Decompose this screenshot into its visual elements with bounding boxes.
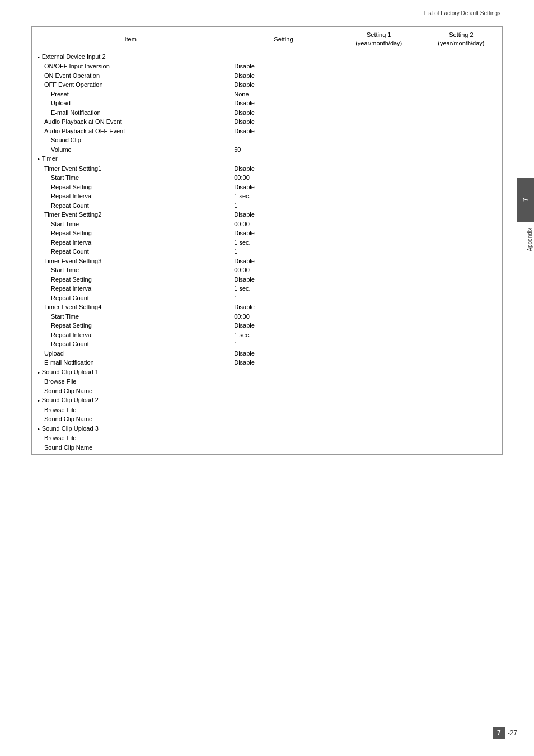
item-text: Repeat Setting: [51, 276, 92, 283]
item-cell: Start Time: [32, 173, 229, 183]
setting1-cell: [338, 256, 420, 266]
item-text: Timer Event Setting1: [44, 165, 101, 172]
setting1-cell: [338, 228, 420, 238]
setting-cell: [229, 433, 338, 443]
item-cell: Preset: [32, 90, 229, 99]
setting-cell: 00:00: [229, 173, 338, 183]
setting-cell: 1: [229, 339, 338, 349]
setting1-cell: [338, 154, 420, 164]
table-row: Sound Clip Name: [32, 443, 503, 455]
item-cell: E-mail Notification: [32, 108, 229, 118]
setting2-cell: [420, 293, 502, 303]
setting2-cell: [420, 62, 502, 71]
setting2-cell: [420, 90, 502, 99]
item-text: Start Time: [51, 174, 79, 181]
table-row: Start Time00:00: [32, 220, 503, 229]
chapter-number-box: 7: [493, 727, 505, 739]
item-cell: OFF Event Operation: [32, 80, 229, 90]
bullet-icon: •: [38, 53, 40, 62]
setting-cell: [229, 405, 338, 415]
setting2-cell: [420, 424, 502, 434]
table-row: Repeat Count1: [32, 293, 503, 303]
setting-cell: [229, 136, 338, 145]
item-text: Repeat Setting: [51, 322, 92, 329]
item-cell: Repeat Setting: [32, 321, 229, 330]
setting2-cell: [420, 127, 502, 136]
setting-cell: [229, 386, 338, 396]
item-text: Sound Clip Name: [44, 444, 92, 451]
setting2-cell: [420, 247, 502, 256]
item-cell: Repeat Count: [32, 247, 229, 256]
item-text: E-mail Notification: [51, 109, 101, 116]
table-row: •Timer: [32, 154, 503, 164]
setting1-cell: [338, 377, 420, 386]
setting-cell: Disable: [229, 164, 338, 174]
item-cell: Start Time: [32, 312, 229, 321]
table-row: UploadDisable: [32, 99, 503, 108]
setting1-cell: [338, 330, 420, 340]
setting-cell: [229, 414, 338, 424]
setting2-cell: [420, 265, 502, 275]
table-row: Sound Clip Name: [32, 414, 503, 424]
setting2-cell: [420, 339, 502, 349]
col-item: Item: [32, 27, 229, 52]
setting2-cell: [420, 414, 502, 424]
item-cell: Browse File: [32, 433, 229, 443]
setting-cell: Disable: [229, 228, 338, 238]
setting1-cell: [338, 293, 420, 303]
setting-cell: [229, 424, 338, 434]
setting1-cell: [338, 405, 420, 415]
item-text: External Device Input 2: [42, 52, 106, 62]
item-cell: Upload: [32, 99, 229, 108]
setting2-cell: [420, 183, 502, 192]
item-cell: Start Time: [32, 220, 229, 229]
item-text: Sound Clip Upload 1: [42, 367, 99, 377]
table-row: E-mail NotificationDisable: [32, 108, 503, 118]
table-body: •External Device Input 2ON/OFF Input Inv…: [32, 52, 503, 455]
bullet-icon: •: [38, 424, 40, 434]
table-row: Repeat Interval1 sec.: [32, 238, 503, 248]
item-cell: Repeat Setting: [32, 275, 229, 284]
item-text: Sound Clip Name: [44, 416, 92, 422]
item-cell: Repeat Interval: [32, 192, 229, 201]
item-text: Repeat Count: [51, 202, 89, 209]
item-text: Repeat Count: [51, 295, 89, 301]
item-cell: •Sound Clip Upload 1: [32, 367, 229, 377]
setting2-cell: [420, 108, 502, 118]
table-header-row: Item Setting Setting 1(year/month/day) S…: [32, 27, 503, 52]
item-cell: Timer Event Setting4: [32, 302, 229, 312]
setting2-cell: [420, 238, 502, 248]
item-cell: Timer Event Setting2: [32, 210, 229, 220]
main-content: Item Setting Setting 1(year/month/day) S…: [0, 21, 534, 466]
setting-cell: 1 sec.: [229, 238, 338, 248]
setting-cell: [229, 443, 338, 455]
table-row: PresetNone: [32, 90, 503, 99]
item-cell: •Sound Clip Upload 3: [32, 424, 229, 434]
setting2-cell: [420, 349, 502, 358]
item-text: Repeat Interval: [51, 193, 93, 199]
table-row: Timer Event Setting3Disable: [32, 256, 503, 266]
setting-cell: 1: [229, 247, 338, 256]
setting-cell: 00:00: [229, 220, 338, 229]
setting1-cell: [338, 339, 420, 349]
setting-cell: [229, 395, 338, 405]
table-row: Repeat Interval1 sec.: [32, 330, 503, 340]
item-cell: Audio Playback at OFF Event: [32, 127, 229, 136]
setting1-cell: [338, 136, 420, 145]
item-text: Sound Clip: [51, 137, 81, 143]
item-cell: •Timer: [32, 154, 229, 164]
col-setting2: Setting 2(year/month/day): [420, 27, 502, 52]
setting2-cell: [420, 386, 502, 396]
setting1-cell: [338, 117, 420, 127]
table-row: Browse File: [32, 433, 503, 443]
item-text: Preset: [51, 91, 69, 97]
header-title: List of Factory Default Settings: [424, 10, 500, 16]
setting-cell: 1: [229, 293, 338, 303]
item-cell: Sound Clip Name: [32, 386, 229, 396]
table-row: Timer Event Setting1Disable: [32, 164, 503, 174]
table-row: Start Time00:00: [32, 312, 503, 321]
item-text: Repeat Interval: [51, 332, 93, 338]
setting2-cell: [420, 443, 502, 455]
item-text: Start Time: [51, 313, 79, 320]
setting2-cell: [420, 358, 502, 367]
